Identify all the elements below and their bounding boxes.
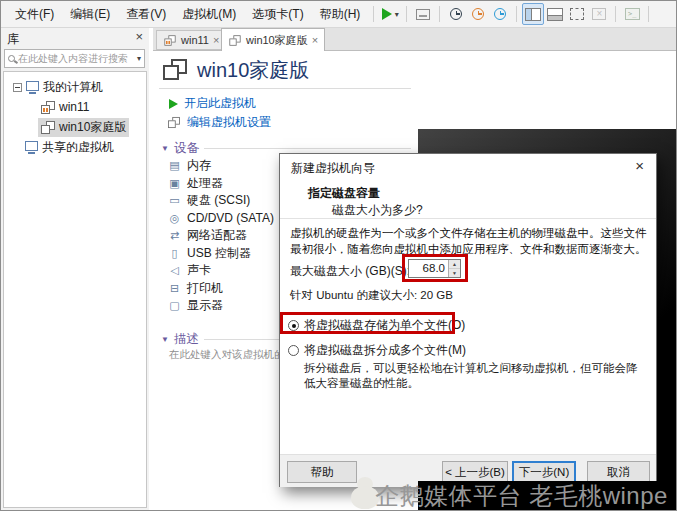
menu-help[interactable]: 帮助(H) [312, 1, 369, 27]
take-snapshot-button[interactable] [445, 3, 467, 25]
vm-icon [41, 121, 55, 134]
shared-computer-icon [25, 141, 38, 151]
power-on-button[interactable]: ▾ [379, 3, 401, 25]
power-on-vm-link[interactable]: 开启此虚拟机 [169, 95, 256, 112]
device-label: 声卡 [187, 262, 211, 279]
fullscreen-icon [570, 8, 584, 20]
vm-suspended-icon [164, 35, 175, 45]
library-search-input[interactable]: 在此处键入内容进行搜索 ▾ [4, 49, 145, 68]
take-snapshot-icon [450, 8, 462, 20]
tab-label: win10家庭版 [246, 33, 308, 48]
radio-checked-icon[interactable] [288, 320, 299, 331]
tab-close-icon[interactable]: × [312, 34, 318, 46]
thumbnail-bar-toggle-button[interactable] [544, 3, 566, 25]
menu-file[interactable]: 文件(F) [7, 1, 62, 27]
device-label: USB 控制器 [187, 245, 251, 262]
max-disk-size-spinner[interactable]: 68.0 ▲ ▼ [408, 259, 461, 278]
spinner-down-icon[interactable]: ▼ [449, 269, 460, 277]
menu-vm[interactable]: 虚拟机(M) [174, 1, 244, 27]
display-icon: ▢ [167, 299, 182, 312]
dialog-close-icon[interactable]: × [635, 157, 644, 174]
vm-icon [163, 59, 187, 80]
description-placeholder[interactable]: 在此处键入对该虚拟机的描 [169, 348, 295, 362]
device-row-hard-disk[interactable]: ▭硬盘 (SCSI) [167, 192, 274, 210]
max-disk-size-value[interactable]: 68.0 [409, 260, 448, 277]
device-label: CD/DVD (SATA) [187, 211, 274, 225]
device-row-usb-controller[interactable]: ▯USB 控制器 [167, 245, 274, 263]
device-row-printer[interactable]: ⊟打印机 [167, 280, 274, 298]
search-icon [8, 55, 15, 62]
play-dropdown-arrow-icon: ▾ [395, 10, 399, 19]
play-icon [169, 99, 178, 109]
library-close-icon[interactable]: × [135, 29, 143, 44]
tab-close-icon[interactable]: × [213, 34, 219, 46]
library-panel-toggle-button[interactable] [522, 3, 544, 25]
power-on-vm-label: 开启此虚拟机 [184, 95, 256, 112]
spinner-up-icon[interactable]: ▲ [449, 260, 460, 269]
revert-snapshot-button[interactable] [467, 3, 489, 25]
device-row-cd-dvd[interactable]: ◎CD/DVD (SATA) [167, 210, 274, 228]
collapse-arrow-icon: ▼ [161, 144, 169, 153]
radio-split-files-label: 将虚拟磁盘拆分成多个文件(M) [304, 342, 466, 359]
device-row-display[interactable]: ▢显示器 [167, 297, 274, 315]
radio-store-single-file[interactable]: 将虚拟磁盘存储为单个文件(O) [288, 317, 465, 334]
computer-icon [26, 81, 39, 91]
toolbar-separator [516, 6, 517, 22]
search-placeholder: 在此处键入内容进行搜索 [18, 52, 137, 66]
recommended-size-label: 针对 Ubuntu 的建议大小: 20 GB [290, 288, 453, 303]
divider [159, 88, 411, 89]
edit-vm-settings-link[interactable]: 编辑虚拟机设置 [167, 114, 271, 131]
tree-item-label: win11 [59, 100, 89, 114]
radio-split-multiple-files[interactable]: 将虚拟磁盘拆分成多个文件(M) [288, 342, 466, 359]
max-disk-size-label: 最大磁盘大小 (GB)(S): [290, 263, 410, 280]
radio-single-file-label: 将虚拟磁盘存储为单个文件(O) [304, 317, 465, 334]
collapse-icon[interactable] [13, 83, 22, 92]
tree-item-my-computer[interactable]: 我的计算机 [4, 77, 146, 97]
unity-mode-icon: × [592, 8, 606, 20]
dialog-heading: 指定磁盘容量 [308, 185, 380, 202]
device-list: ▤内存 ▣处理器 ▭硬盘 (SCSI) ◎CD/DVD (SATA) ⇄网络适配… [167, 157, 274, 315]
tab-bar: win11 × win10家庭版 × [153, 28, 676, 51]
tab-label: win11 [181, 34, 209, 46]
menu-bar: 文件(F) 编辑(E) 查看(V) 虚拟机(M) 选项卡(T) 帮助(H) ▾ [1, 1, 676, 28]
collapse-arrow-icon: ▼ [161, 335, 169, 344]
tree-item-shared-vms[interactable]: 共享的虚拟机 [4, 137, 146, 157]
vm-suspended-icon [41, 101, 55, 114]
divider [204, 148, 411, 149]
unity-mode-button[interactable]: × [588, 3, 610, 25]
tab-win11[interactable]: win11 × [156, 30, 226, 50]
tab-win10-home[interactable]: win10家庭版 × [221, 28, 325, 51]
tree-item-win11[interactable]: win11 [4, 97, 146, 117]
search-dropdown-icon[interactable]: ▾ [137, 54, 141, 63]
toolbar-separator [373, 6, 374, 22]
split-disk-note: 拆分磁盘后，可以更轻松地在计算机之间移动虚拟机，但可能会降低大容量磁盘的性能。 [304, 361, 646, 391]
console-view-icon: >_ [625, 8, 640, 20]
tree-item-win10-home[interactable]: win10家庭版 [4, 117, 146, 137]
device-row-processor[interactable]: ▣处理器 [167, 175, 274, 193]
dialog-subheading: 磁盘大小为多少? [332, 202, 423, 219]
watermark-text: 企鹅媒体平台 老毛桃winpe [375, 480, 668, 511]
divider [280, 218, 656, 219]
thumbnail-bar-toggle-icon [547, 8, 563, 21]
device-row-sound-card[interactable]: ◁声卡 [167, 262, 274, 280]
manage-snapshots-button[interactable] [489, 3, 511, 25]
device-label: 打印机 [187, 280, 223, 297]
vm-icon [229, 35, 240, 45]
menu-edit[interactable]: 编辑(E) [62, 1, 118, 27]
help-button[interactable]: 帮助 [287, 461, 357, 483]
radio-unchecked-icon[interactable] [288, 345, 299, 356]
cpu-icon: ▣ [167, 177, 182, 190]
device-row-network-adapter[interactable]: ⇄网络适配器 [167, 227, 274, 245]
printer-icon: ⊟ [167, 282, 182, 295]
vmware-workstation-window: 文件(F) 编辑(E) 查看(V) 虚拟机(M) 选项卡(T) 帮助(H) ▾ [0, 0, 677, 511]
toolbar-separator [615, 6, 616, 22]
menu-tabs[interactable]: 选项卡(T) [244, 1, 311, 27]
device-label: 内存 [187, 157, 211, 174]
toolbar-separator [439, 6, 440, 22]
send-ctrl-alt-del-button[interactable] [412, 3, 434, 25]
menu-view[interactable]: 查看(V) [118, 1, 174, 27]
cd-dvd-icon: ◎ [167, 212, 182, 225]
fullscreen-button[interactable] [566, 3, 588, 25]
console-view-button[interactable]: >_ [621, 3, 643, 25]
device-row-memory[interactable]: ▤内存 [167, 157, 274, 175]
